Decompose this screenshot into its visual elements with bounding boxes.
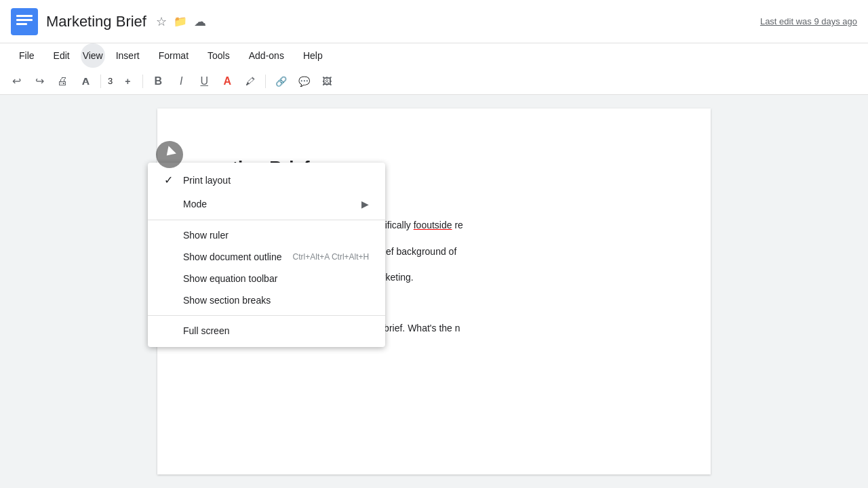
- show-document-outline-label: Show document outline: [183, 251, 282, 262]
- title-bar: Marketing Brief ☆ 📁 ☁ Last edit was 9 da…: [0, 0, 868, 43]
- separator-2: [148, 315, 385, 316]
- folder-icon[interactable]: 📁: [174, 15, 187, 28]
- dropdown-overlay: ✓ Print layout ✓ Mode ▶ Show ruler Show …: [0, 95, 868, 488]
- toolbar-separator-3: [265, 75, 266, 88]
- print-layout-item[interactable]: ✓ Print layout: [148, 168, 385, 192]
- mode-item[interactable]: ✓ Mode ▶: [148, 192, 385, 216]
- document-title[interactable]: Marketing Brief: [46, 13, 146, 30]
- file-menu[interactable]: File: [11, 47, 43, 64]
- toolbar-separator-2: [142, 75, 143, 88]
- cursor-arrow: [163, 146, 176, 159]
- paint-format-button[interactable]: 𝗔: [75, 70, 96, 92]
- mode-label: Mode: [183, 199, 361, 209]
- view-menu[interactable]: View: [81, 43, 105, 68]
- show-ruler-item[interactable]: Show ruler: [148, 224, 385, 246]
- show-ruler-label: Show ruler: [183, 230, 369, 241]
- main-area: eting Brief the company and product and/…: [0, 95, 868, 488]
- undo-button[interactable]: ↩: [5, 70, 27, 92]
- font-size-value[interactable]: 3: [105, 76, 115, 86]
- svg-rect-3: [16, 23, 27, 25]
- menu-bar: File Edit View Insert Format Tools Add-o…: [0, 43, 868, 68]
- italic-button[interactable]: I: [170, 70, 192, 92]
- view-dropdown-menu: ✓ Print layout ✓ Mode ▶ Show ruler Show …: [148, 163, 385, 347]
- last-edit-text: Last edit was 9 days ago: [760, 16, 857, 26]
- font-size-increase[interactable]: +: [117, 70, 138, 92]
- text-color-button[interactable]: A: [216, 70, 238, 92]
- show-document-outline-shortcut: Ctrl+Alt+A Ctrl+Alt+H: [293, 252, 370, 262]
- underline-button[interactable]: U: [193, 70, 215, 92]
- font-size-area: 3 +: [105, 70, 138, 92]
- highlight-button[interactable]: 🖍: [239, 70, 261, 92]
- show-equation-toolbar-item[interactable]: Show equation toolbar: [148, 268, 385, 289]
- print-layout-label: Print layout: [183, 175, 369, 186]
- tools-menu[interactable]: Tools: [199, 47, 238, 64]
- app-icon: [11, 8, 38, 35]
- show-section-breaks-item[interactable]: Show section breaks: [148, 289, 385, 311]
- bold-button[interactable]: B: [147, 70, 169, 92]
- svg-rect-1: [16, 15, 33, 17]
- show-section-breaks-label: Show section breaks: [183, 295, 369, 306]
- print-button[interactable]: 🖨: [52, 70, 73, 92]
- show-document-outline-item[interactable]: Show document outline Ctrl+Alt+A Ctrl+Al…: [148, 246, 385, 268]
- check-icon: ✓: [164, 174, 180, 186]
- mode-arrow-icon: ▶: [361, 199, 369, 209]
- link-button[interactable]: 🔗: [270, 70, 292, 92]
- cloud-icon[interactable]: ☁: [194, 14, 206, 29]
- star-icon[interactable]: ☆: [156, 14, 167, 29]
- redo-button[interactable]: ↪: [28, 70, 50, 92]
- toolbar: ↩ ↪ 🖨 𝗔 3 + B I U A 🖍 🔗 💬 🖼: [0, 68, 868, 95]
- title-icons: ☆ 📁 ☁: [156, 14, 206, 29]
- svg-rect-0: [11, 8, 38, 35]
- toolbar-separator-1: [100, 75, 101, 88]
- full-screen-item[interactable]: Full screen: [148, 320, 385, 342]
- edit-menu[interactable]: Edit: [45, 47, 78, 64]
- show-equation-toolbar-label: Show equation toolbar: [183, 273, 369, 284]
- image-button[interactable]: 🖼: [316, 70, 338, 92]
- svg-rect-2: [16, 19, 33, 21]
- help-menu[interactable]: Help: [295, 47, 331, 64]
- format-menu[interactable]: Format: [151, 47, 197, 64]
- separator-1: [148, 220, 385, 220]
- addons-menu[interactable]: Add-ons: [241, 47, 292, 64]
- full-screen-label: Full screen: [183, 325, 369, 336]
- comment-button[interactable]: 💬: [293, 70, 315, 92]
- insert-menu[interactable]: Insert: [108, 47, 148, 64]
